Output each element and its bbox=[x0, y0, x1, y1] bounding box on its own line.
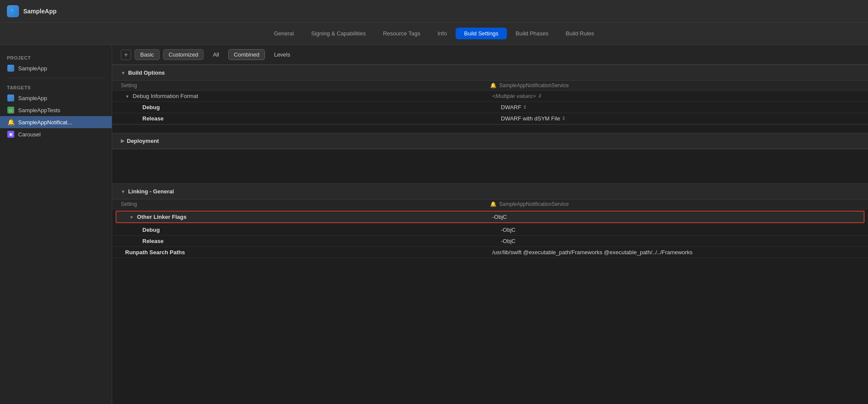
target-column-header: 🔔 SampleAppNotificationService bbox=[490, 82, 859, 88]
linker-release-name: Release bbox=[142, 238, 501, 244]
add-filter-button[interactable]: + bbox=[121, 50, 131, 60]
runpath-value: /usr/lib/swift @executable_path/Framewor… bbox=[492, 249, 859, 256]
spacer-2 bbox=[112, 149, 868, 183]
other-linker-flags-value: -ObjC bbox=[492, 214, 855, 220]
table-row-debug[interactable]: Debug DWARF ⇕ bbox=[112, 102, 868, 113]
project-section-label: PROJECT bbox=[0, 52, 112, 62]
table-row-other-linker-flags[interactable]: ▼ Other Linker Flags -ObjC bbox=[116, 211, 865, 223]
sidebar-notification-label: SampleAppNotificat... bbox=[18, 119, 72, 126]
build-options-table-header: Setting 🔔 SampleAppNotificationService bbox=[112, 81, 868, 91]
filter-basic[interactable]: Basic bbox=[135, 49, 160, 60]
table-row-debug-info[interactable]: ▼ Debug Information Format <Multiple val… bbox=[112, 91, 868, 102]
sidebar-item-project[interactable]: SampleApp bbox=[0, 62, 112, 74]
sidebar-sampleapptests-label: SampleAppTests bbox=[18, 107, 60, 114]
table-row-runpath[interactable]: Runpath Search Paths /usr/lib/swift @exe… bbox=[112, 247, 868, 258]
app-title: SampleApp bbox=[23, 8, 57, 15]
release-value: DWARF with dSYM File ⇕ bbox=[501, 115, 859, 122]
deployment-section-header[interactable]: ▶ Deployment bbox=[112, 133, 868, 149]
settings-table: ▼ Build Options Setting 🔔 SampleAppNotif… bbox=[112, 65, 868, 258]
linker-debug-value: -ObjC bbox=[501, 227, 859, 233]
spacer-1 bbox=[112, 124, 868, 133]
linking-title: Linking - General bbox=[128, 188, 174, 195]
tab-build-phases[interactable]: Build Phases bbox=[507, 28, 557, 39]
tab-info[interactable]: Info bbox=[429, 28, 456, 39]
tab-build-settings[interactable]: Build Settings bbox=[456, 28, 507, 39]
filter-combined[interactable]: Combined bbox=[228, 49, 265, 60]
sampleapptests-icon: ◇ bbox=[7, 106, 15, 114]
table-row-linker-release[interactable]: Release -ObjC bbox=[112, 236, 868, 247]
debug-info-format-value: <Multiple values> ⇕ bbox=[492, 93, 859, 99]
build-options-section-header[interactable]: ▼ Build Options bbox=[112, 65, 868, 81]
tab-general[interactable]: General bbox=[265, 28, 302, 39]
sidebar-item-carousel[interactable]: ▣ Carousel bbox=[0, 128, 112, 140]
expand-icon: ▼ bbox=[125, 94, 129, 99]
sidebar-divider bbox=[7, 78, 105, 78]
release-stepper: ⇕ bbox=[562, 116, 566, 121]
tab-resource-tags[interactable]: Resource Tags bbox=[374, 28, 429, 39]
sidebar-item-sampleapptests[interactable]: ◇ SampleAppTests bbox=[0, 104, 112, 116]
sidebar-carousel-label: Carousel bbox=[18, 131, 41, 138]
sidebar-item-sampleapp[interactable]: SampleApp bbox=[0, 92, 112, 104]
filter-customized[interactable]: Customized bbox=[163, 49, 204, 60]
build-options-title: Build Options bbox=[128, 69, 165, 76]
linking-table-header: Setting 🔔 SampleAppNotificationService bbox=[112, 199, 868, 209]
deployment-title: Deployment bbox=[127, 138, 159, 144]
other-linker-flags-name: ▼ Other Linker Flags bbox=[129, 214, 492, 220]
notification-icon: 🔔 bbox=[7, 118, 15, 126]
linking-target-header: 🔔 SampleAppNotificationService bbox=[490, 201, 859, 207]
filter-levels[interactable]: Levels bbox=[268, 49, 296, 60]
filter-bar: + Basic Customized All Combined Levels bbox=[112, 45, 868, 65]
sidebar-project-name: SampleApp bbox=[18, 65, 47, 72]
deployment-chevron: ▶ bbox=[121, 138, 124, 144]
linking-chevron: ▼ bbox=[121, 189, 126, 194]
linker-debug-name: Debug bbox=[142, 227, 501, 233]
main-layout: PROJECT SampleApp TARGETS SampleApp ◇ Sa… bbox=[0, 45, 868, 404]
debug-info-format-name: ▼ Debug Information Format bbox=[125, 93, 492, 99]
debug-value: DWARF ⇕ bbox=[501, 104, 859, 110]
debug-name: Debug bbox=[142, 104, 501, 110]
sidebar: PROJECT SampleApp TARGETS SampleApp ◇ Sa… bbox=[0, 45, 112, 404]
release-name: Release bbox=[142, 115, 501, 122]
carousel-icon: ▣ bbox=[7, 130, 15, 138]
setting-column-header: Setting bbox=[121, 82, 490, 88]
app-icon: 🔷 bbox=[7, 5, 19, 17]
linking-section-header[interactable]: ▼ Linking - General bbox=[112, 183, 868, 199]
table-row-release[interactable]: Release DWARF with dSYM File ⇕ bbox=[112, 113, 868, 124]
targets-section-label: TARGETS bbox=[0, 82, 112, 92]
runpath-name: Runpath Search Paths bbox=[125, 249, 492, 256]
tab-bar: General Signing & Capabilities Resource … bbox=[0, 22, 868, 45]
filter-all[interactable]: All bbox=[207, 49, 224, 60]
tab-build-rules[interactable]: Build Rules bbox=[557, 28, 603, 39]
linker-expand-icon: ▼ bbox=[129, 215, 134, 220]
target-icon: 🔔 bbox=[490, 82, 497, 88]
sidebar-item-notification[interactable]: 🔔 SampleAppNotificat... bbox=[0, 116, 112, 128]
linker-release-value: -ObjC bbox=[501, 238, 859, 244]
table-row-linker-debug[interactable]: Debug -ObjC bbox=[112, 224, 868, 236]
debug-stepper: ⇕ bbox=[523, 104, 527, 110]
sidebar-sampleapp-label: SampleApp bbox=[18, 95, 47, 101]
sampleapp-icon bbox=[7, 94, 15, 102]
build-options-chevron: ▼ bbox=[121, 70, 126, 76]
other-linker-flags-wrapper: ▼ Other Linker Flags -ObjC bbox=[112, 209, 868, 224]
project-icon bbox=[7, 64, 15, 72]
linking-setting-header: Setting bbox=[121, 201, 490, 207]
title-bar: 🔷 SampleApp bbox=[0, 0, 868, 22]
content-area: + Basic Customized All Combined Levels ▼… bbox=[112, 45, 868, 404]
debug-info-stepper: ⇕ bbox=[538, 93, 541, 99]
tab-signing[interactable]: Signing & Capabilities bbox=[302, 28, 374, 39]
linking-target-icon: 🔔 bbox=[490, 201, 497, 207]
